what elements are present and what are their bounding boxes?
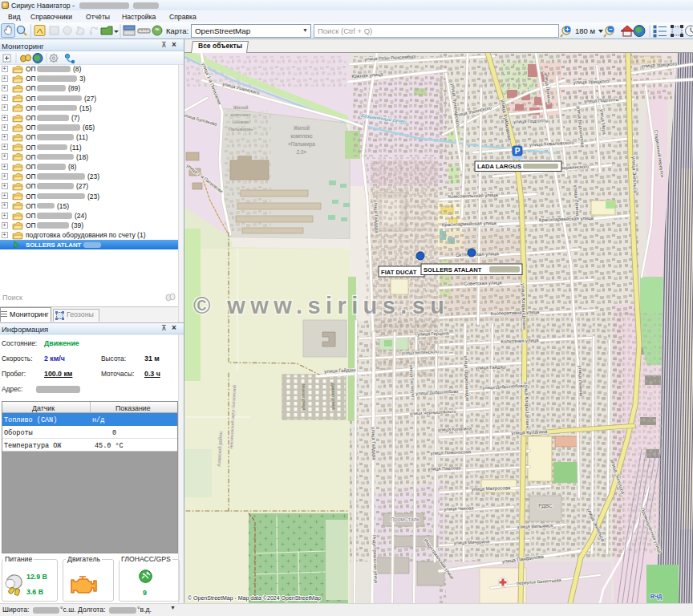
svg-text:2.0»: 2.0» xyxy=(297,149,307,155)
svg-text:180 м: 180 м xyxy=(575,26,595,35)
svg-text:комплекс: комплекс xyxy=(230,112,250,117)
svg-text:Жилой: Жилой xyxy=(233,105,249,110)
svg-text:© www.sirius.su: © www.sirius.su xyxy=(193,293,449,318)
svg-text:P: P xyxy=(515,147,521,156)
svg-text:«Новая: «Новая xyxy=(233,120,249,124)
svg-text:Мягкая улица: Мягкая улица xyxy=(301,383,306,410)
svg-text:ВЧД: ВЧД xyxy=(650,594,663,600)
svg-text:РДВС: РДВС xyxy=(538,503,553,509)
svg-text:© OpenStreetMap - Map data ©20: © OpenStreetMap - Map data ©2024 OpenStr… xyxy=(188,595,321,602)
svg-text:«Пальмира: «Пальмира xyxy=(288,141,315,148)
svg-text:LADA LARGUS: LADA LARGUS xyxy=(477,163,521,170)
svg-text:FIAT DUCAT: FIAT DUCAT xyxy=(381,269,417,276)
svg-text:SOLLERS ATALANT: SOLLERS ATALANT xyxy=(424,266,482,274)
svg-text:ПромСталь: ПромСталь xyxy=(391,517,420,523)
svg-text:Пальмира»: Пальмира» xyxy=(229,127,253,132)
svg-text:Жилой: Жилой xyxy=(294,125,310,131)
svg-text:комплекс: комплекс xyxy=(290,133,312,139)
svg-text:Дивная улица: Дивная улица xyxy=(330,383,336,410)
